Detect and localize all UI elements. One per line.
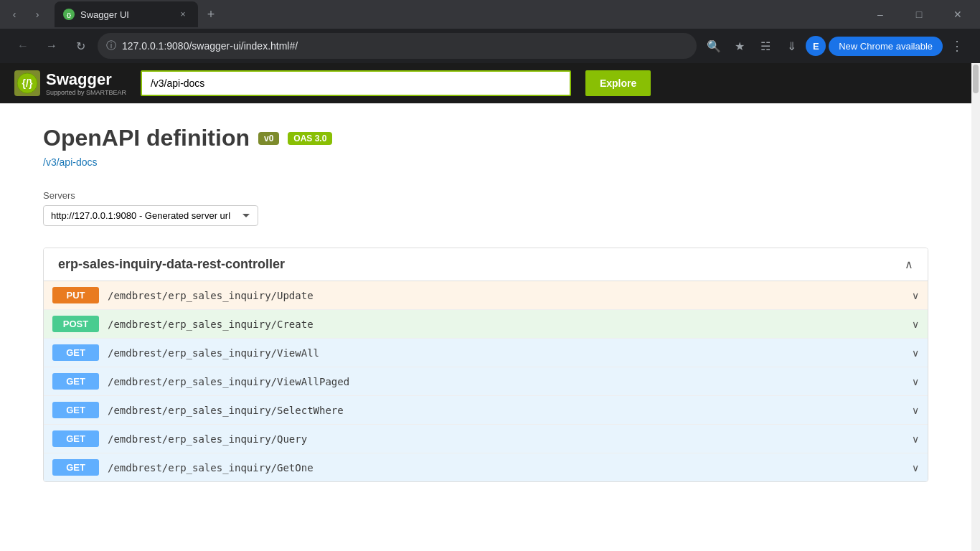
- servers-section: Servers http://127.0.0.1:9080 - Generate…: [43, 190, 928, 226]
- swagger-search-input[interactable]: [141, 70, 571, 96]
- tab-controls-left: ‹ ›: [6, 6, 46, 23]
- address-bar: ← → ↻ ⓘ 127.0.0.1:9080/swagger-ui/index.…: [0, 29, 980, 63]
- endpoint-expand-icon: ∨: [912, 405, 919, 416]
- method-badge-get: GET: [52, 373, 99, 390]
- download-icon-button[interactable]: ⇓: [780, 34, 803, 57]
- endpoint-row[interactable]: GET/emdbrest/erp_sales_inquiry/SelectWhe…: [44, 396, 928, 425]
- active-tab[interactable]: {} Swagger UI ×: [55, 1, 198, 27]
- endpoint-expand-icon: ∨: [912, 433, 919, 445]
- back-button[interactable]: ←: [11, 34, 34, 57]
- browser-chrome: ‹ › {} Swagger UI × + – □ ✕ ← → ↻ ⓘ 127: [0, 0, 980, 63]
- endpoint-expand-icon: ∨: [912, 347, 919, 359]
- scrollbar-thumb[interactable]: [973, 65, 979, 93]
- endpoint-row[interactable]: GET/emdbrest/erp_sales_inquiry/ViewAll∨: [44, 339, 928, 367]
- lock-icon: ⓘ: [106, 39, 116, 52]
- search-icon-button[interactable]: 🔍: [702, 34, 725, 57]
- swagger-logo-text-block: Swagger Supported by SMARTBEAR: [46, 70, 126, 96]
- v0-badge: v0: [258, 132, 279, 145]
- endpoint-row[interactable]: POST/emdbrest/erp_sales_inquiry/Create∨: [44, 310, 928, 339]
- profile-button[interactable]: E: [806, 36, 826, 56]
- endpoint-row[interactable]: GET/emdbrest/erp_sales_inquiry/GetOne∨: [44, 453, 928, 481]
- close-button[interactable]: ✕: [941, 3, 974, 26]
- swagger-logo-icon: {/}: [14, 70, 40, 96]
- swagger-logo: {/} Swagger Supported by SMARTBEAR: [14, 70, 126, 96]
- back-arrow-btn[interactable]: ‹: [6, 6, 23, 23]
- endpoint-path: /emdbrest/erp_sales_inquiry/SelectWhere: [108, 405, 912, 416]
- tab-title: Swagger UI: [80, 9, 171, 20]
- menu-button[interactable]: ⋮: [946, 34, 969, 57]
- maximize-button[interactable]: □: [903, 3, 936, 26]
- svg-text:{}: {}: [67, 11, 71, 18]
- servers-label: Servers: [43, 190, 928, 201]
- tab-close-button[interactable]: ×: [176, 8, 189, 21]
- browser-content-wrapper: {/} Swagger Supported by SMARTBEAR Explo…: [0, 63, 980, 551]
- minimize-button[interactable]: –: [864, 3, 897, 26]
- endpoint-path: /emdbrest/erp_sales_inquiry/ViewAll: [108, 347, 912, 359]
- endpoint-row[interactable]: PUT/emdbrest/erp_sales_inquiry/Update∨: [44, 281, 928, 310]
- controller-section: erp-sales-inquiry-data-rest-controller ∧…: [43, 248, 928, 482]
- method-badge-get: GET: [52, 430, 99, 447]
- swagger-header: {/} Swagger Supported by SMARTBEAR Explo…: [0, 63, 971, 103]
- endpoint-path: /emdbrest/erp_sales_inquiry/Query: [108, 433, 912, 445]
- endpoint-expand-icon: ∨: [912, 319, 919, 330]
- endpoint-path: /emdbrest/erp_sales_inquiry/ViewAllPaged: [108, 376, 912, 387]
- scrollbar-track[interactable]: [971, 63, 980, 551]
- endpoint-path: /emdbrest/erp_sales_inquiry/Create: [108, 319, 912, 330]
- reload-button[interactable]: ↻: [69, 34, 92, 57]
- method-badge-post: POST: [52, 316, 99, 332]
- oas-badge: OAS 3.0: [288, 132, 332, 145]
- forward-arrow-btn[interactable]: ›: [29, 6, 46, 23]
- api-title-row: OpenAPI definition v0 OAS 3.0: [43, 125, 928, 151]
- toolbar-icons: 🔍 ★ ☵ ⇓ E New Chrome available ⋮: [702, 34, 969, 57]
- collapse-icon: ∧: [905, 258, 913, 271]
- api-docs-link[interactable]: /v3/api-docs: [43, 156, 97, 168]
- endpoint-path: /emdbrest/erp_sales_inquiry/Update: [108, 290, 912, 301]
- method-badge-put: PUT: [52, 287, 99, 303]
- method-badge-get: GET: [52, 344, 99, 361]
- endpoint-expand-icon: ∨: [912, 290, 919, 301]
- endpoint-path: /emdbrest/erp_sales_inquiry/GetOne: [108, 462, 912, 474]
- swagger-main: OpenAPI definition v0 OAS 3.0 /v3/api-do…: [0, 103, 971, 504]
- servers-select[interactable]: http://127.0.0.1:9080 - Generated server…: [43, 205, 258, 226]
- swagger-logo-sub: Supported by SMARTBEAR: [46, 89, 126, 96]
- api-title: OpenAPI definition: [43, 125, 250, 151]
- tab-favicon: {}: [63, 9, 75, 20]
- swagger-search: [141, 70, 571, 96]
- new-chrome-button[interactable]: New Chrome available: [829, 37, 943, 56]
- controller-header[interactable]: erp-sales-inquiry-data-rest-controller ∧: [44, 248, 928, 281]
- tab-bar: ‹ › {} Swagger UI × + – □ ✕: [0, 0, 980, 29]
- method-badge-get: GET: [52, 459, 99, 476]
- method-badge-get: GET: [52, 402, 99, 418]
- new-tab-button[interactable]: +: [201, 4, 221, 24]
- endpoint-expand-icon: ∨: [912, 376, 919, 387]
- forward-button[interactable]: →: [40, 34, 63, 57]
- endpoint-row[interactable]: GET/emdbrest/erp_sales_inquiry/ViewAllPa…: [44, 367, 928, 396]
- url-bar[interactable]: ⓘ 127.0.0.1:9080/swagger-ui/index.html#/: [98, 33, 697, 59]
- swagger-logo-text: Swagger: [46, 70, 112, 88]
- swagger-content: {/} Swagger Supported by SMARTBEAR Explo…: [0, 63, 971, 551]
- endpoint-expand-icon: ∨: [912, 462, 919, 474]
- explore-button[interactable]: Explore: [585, 70, 651, 96]
- window-controls: – □ ✕: [864, 3, 974, 26]
- url-text: 127.0.0.1:9080/swagger-ui/index.html#/: [122, 40, 688, 52]
- svg-text:{/}: {/}: [22, 77, 33, 89]
- endpoint-row[interactable]: GET/emdbrest/erp_sales_inquiry/Query∨: [44, 425, 928, 453]
- controller-title: erp-sales-inquiry-data-rest-controller: [58, 257, 285, 272]
- extensions-icon-button[interactable]: ☵: [754, 34, 777, 57]
- bookmark-icon-button[interactable]: ★: [728, 34, 751, 57]
- endpoints-list: PUT/emdbrest/erp_sales_inquiry/Update∨PO…: [44, 281, 928, 481]
- api-title-section: OpenAPI definition v0 OAS 3.0 /v3/api-do…: [43, 125, 928, 169]
